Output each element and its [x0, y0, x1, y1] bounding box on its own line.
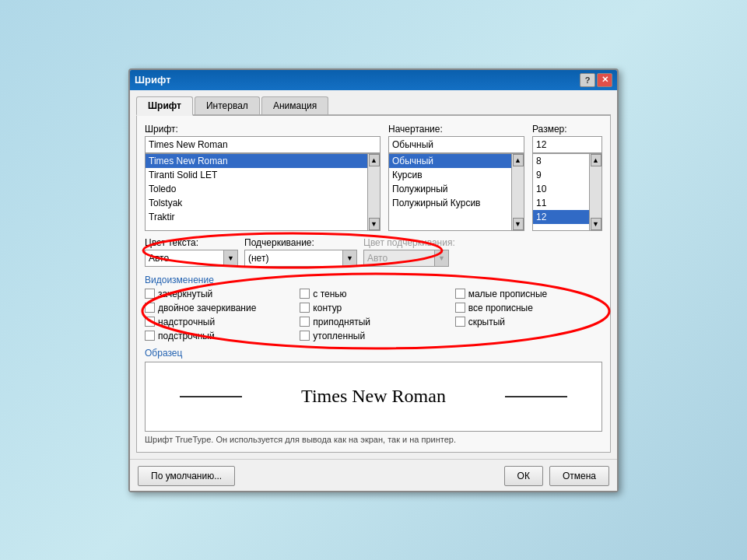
style-scrollbar[interactable]: ▲ ▼ — [512, 153, 524, 231]
checkbox-hidden: скрытый — [455, 317, 602, 327]
size-column: Размер: 8 9 10 11 12 ▲ ▼ — [532, 124, 602, 231]
checkbox-outline-input[interactable] — [300, 303, 310, 313]
font-list[interactable]: Times New Roman Tiranti Solid LET Toledo… — [145, 153, 368, 231]
style-list[interactable]: Обычный Курсив Полужирный Полужирный Кур… — [388, 153, 512, 231]
checkbox-double-strikethrough-input[interactable] — [145, 303, 155, 313]
checkbox-raised-input[interactable] — [300, 317, 310, 327]
underline-color-value: Авто — [364, 251, 434, 265]
size-scrollbar[interactable]: ▲ ▼ — [590, 153, 602, 231]
checkbox-subscript-input[interactable] — [145, 331, 155, 341]
scroll-up-button[interactable]: ▲ — [513, 154, 524, 166]
tab-content-font: Шрифт: Times New Roman Tiranti Solid LET… — [136, 116, 611, 453]
list-item[interactable]: 8 — [533, 154, 589, 168]
scroll-up-button[interactable]: ▲ — [369, 154, 380, 166]
checkbox-small-caps-input[interactable] — [455, 289, 465, 299]
sample-description: Шрифт TrueType. Он используется для выво… — [145, 435, 602, 444]
scroll-up-button[interactable]: ▲ — [591, 154, 601, 166]
checkbox-double-strikethrough-label: двойное зачеркивание — [158, 303, 256, 313]
font-column: Шрифт: Times New Roman Tiranti Solid LET… — [145, 124, 381, 231]
dialog-title: Шрифт — [135, 74, 171, 86]
list-item[interactable]: Traktir — [146, 210, 367, 224]
ok-cancel-group: ОК Отмена — [504, 466, 609, 486]
checkbox-small-caps-label: малые прописные — [468, 289, 548, 299]
title-bar: Шрифт ? ✕ — [130, 70, 617, 90]
underline-color-arrow: ▼ — [434, 250, 448, 266]
checkbox-emboss: утопленный — [300, 331, 447, 341]
list-item[interactable]: Полужирный — [389, 182, 511, 196]
checkbox-subscript: подстрочный — [145, 331, 292, 341]
cancel-button[interactable]: Отмена — [549, 466, 609, 486]
list-item[interactable]: Курсив — [389, 168, 511, 182]
checkbox-emboss-input[interactable] — [300, 331, 310, 341]
checkbox-superscript: надстрочный — [145, 317, 292, 327]
list-item[interactable]: 9 — [533, 168, 589, 182]
scroll-down-button[interactable]: ▼ — [369, 218, 380, 230]
checkbox-hidden-input[interactable] — [455, 317, 465, 327]
tab-animation[interactable]: Анимация — [261, 96, 328, 114]
sample-content-row: Times New Roman — [180, 386, 567, 407]
checkbox-grid: зачеркнутый с тенью малые прописные двой… — [145, 289, 602, 341]
list-item[interactable]: 11 — [533, 196, 589, 210]
font-scrollbar[interactable]: ▲ ▼ — [368, 153, 381, 231]
underline-arrow[interactable]: ▼ — [342, 250, 356, 266]
tab-font[interactable]: Шрифт — [136, 96, 193, 116]
list-item[interactable]: Tiranti Solid LET — [146, 168, 367, 182]
default-button[interactable]: По умолчанию... — [138, 466, 235, 486]
sample-line-left — [180, 396, 242, 397]
checkbox-outline-label: контур — [313, 303, 342, 313]
underline-label: Подчеркивание: — [244, 237, 357, 248]
style-listbox-wrap: Обычный Курсив Полужирный Полужирный Кур… — [388, 153, 524, 231]
tab-interval[interactable]: Интервал — [195, 96, 260, 114]
font-dialog: Шрифт ? ✕ Шрифт Интервал Анимация Шрифт: — [128, 68, 619, 492]
checkbox-shadow-input[interactable] — [300, 289, 310, 299]
text-color-dropdown[interactable]: Авто ▼ — [145, 250, 238, 267]
style-label: Начертание: — [388, 124, 524, 135]
checkbox-shadow-label: с тенью — [313, 289, 346, 299]
help-button[interactable]: ? — [580, 73, 595, 87]
underline-color-dropdown: Авто ▼ — [363, 250, 449, 267]
effects-title: Видоизменение — [145, 275, 602, 285]
text-color-arrow[interactable]: ▼ — [223, 250, 237, 266]
scroll-track — [590, 166, 601, 218]
font-style-size-row: Шрифт: Times New Roman Tiranti Solid LET… — [145, 124, 602, 231]
underline-color-field: Цвет подчеркивания: Авто ▼ — [363, 237, 455, 267]
text-color-label: Цвет текста: — [145, 237, 238, 248]
list-item[interactable]: Times New Roman — [146, 154, 367, 168]
title-bar-buttons: ? ✕ — [580, 73, 612, 87]
checkbox-outline: контур — [300, 303, 447, 313]
list-item[interactable]: Tolstyak — [146, 196, 367, 210]
list-item[interactable]: Обычный — [389, 154, 511, 168]
font-input[interactable] — [145, 136, 381, 153]
underline-color-label: Цвет подчеркивания: — [363, 237, 455, 248]
size-list[interactable]: 8 9 10 11 12 — [532, 153, 590, 231]
scroll-track — [512, 166, 524, 218]
checkbox-raised-label: приподнятый — [313, 317, 370, 327]
scroll-track — [368, 166, 380, 218]
checkbox-shadow: с тенью — [300, 289, 447, 299]
size-input[interactable] — [532, 136, 602, 153]
checkbox-raised: приподнятый — [300, 317, 447, 327]
scroll-down-button[interactable]: ▼ — [513, 218, 524, 230]
list-item[interactable]: 12 — [533, 210, 589, 224]
ok-button[interactable]: ОК — [504, 466, 543, 486]
list-item[interactable]: Полужирный Курсив — [389, 196, 511, 210]
checkbox-small-caps: малые прописные — [455, 289, 602, 299]
size-listbox-wrap: 8 9 10 11 12 ▲ ▼ — [532, 153, 602, 231]
tab-bar: Шрифт Интервал Анимация — [136, 96, 611, 116]
list-item[interactable]: 10 — [533, 182, 589, 196]
style-input[interactable] — [388, 136, 524, 153]
checkbox-all-caps-label: все прописные — [468, 303, 533, 313]
color-underline-row: Цвет текста: Авто ▼ Подчеркивание: (нет)… — [145, 237, 602, 267]
checkbox-superscript-input[interactable] — [145, 317, 155, 327]
checkbox-emboss-label: утопленный — [313, 331, 365, 341]
close-button[interactable]: ✕ — [597, 73, 612, 87]
underline-field: Подчеркивание: (нет) ▼ — [244, 237, 357, 267]
checkbox-all-caps-input[interactable] — [455, 303, 465, 313]
sample-section: Образец Times New Roman Шрифт TrueType. … — [145, 348, 602, 444]
scroll-down-button[interactable]: ▼ — [591, 218, 601, 230]
checkbox-strikethrough-input[interactable] — [145, 289, 155, 299]
list-item[interactable]: Toledo — [146, 182, 367, 196]
sample-text: Times New Roman — [301, 386, 446, 407]
dialog-buttons: По умолчанию... ОК Отмена — [130, 459, 617, 491]
underline-dropdown[interactable]: (нет) ▼ — [244, 250, 357, 267]
